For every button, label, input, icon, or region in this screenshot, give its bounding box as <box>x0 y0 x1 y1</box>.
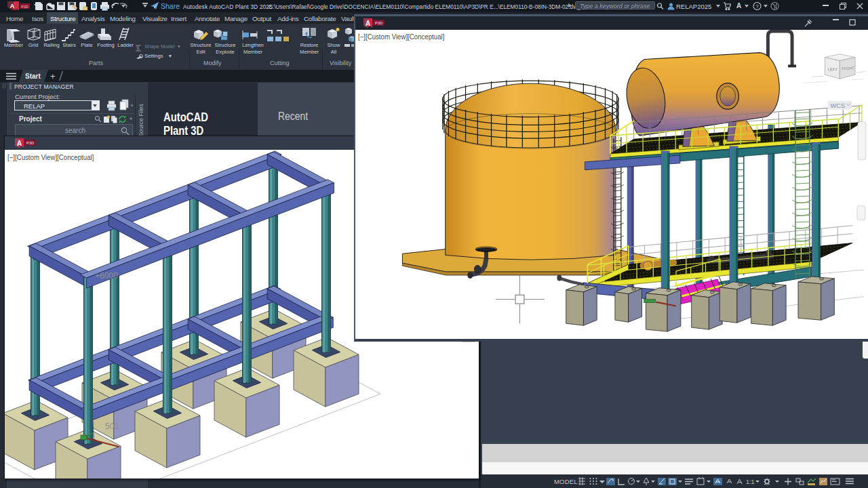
svg-text:P3D: P3D <box>26 141 35 145</box>
svg-text:A: A <box>10 3 15 9</box>
svg-text:P3D: P3D <box>21 5 28 9</box>
svg-text:WCS: WCS <box>830 102 845 109</box>
svg-text:500: 500 <box>105 422 119 431</box>
svg-text:LEFT: LEFT <box>827 67 837 72</box>
svg-text:A: A <box>17 140 22 147</box>
svg-text:?: ? <box>755 3 759 9</box>
svg-text:1:1: 1:1 <box>746 479 755 485</box>
svg-text:A: A <box>366 20 370 27</box>
svg-text:P3D: P3D <box>375 21 383 25</box>
svg-text:FRONT: FRONT <box>842 66 855 70</box>
svg-text:+6000: +6000 <box>95 271 118 281</box>
